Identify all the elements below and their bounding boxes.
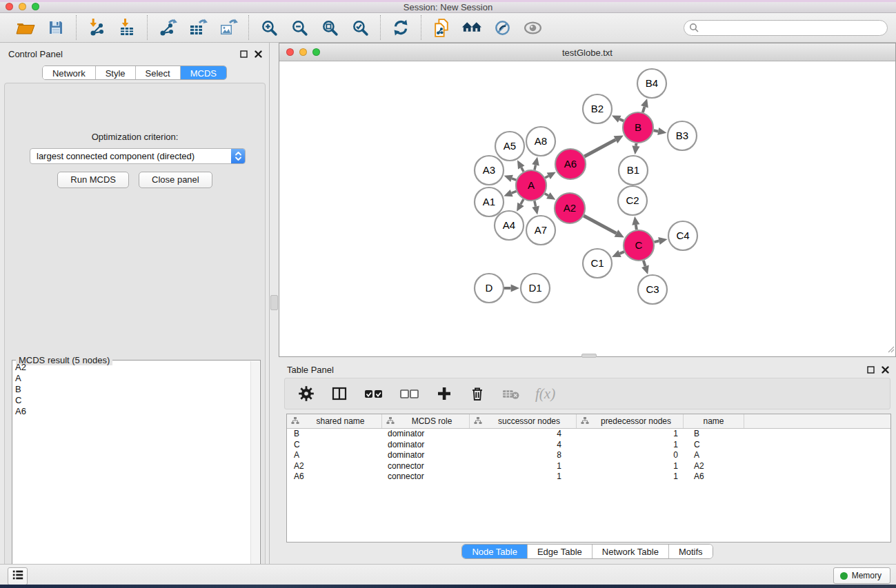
- edge-A2-C[interactable]: [584, 216, 616, 233]
- edge-A-A1[interactable]: [512, 191, 517, 193]
- cell-predecessor-nodes[interactable]: 1: [577, 429, 684, 440]
- edge-A-A4[interactable]: [521, 199, 524, 204]
- tab-edge-table[interactable]: Edge Table: [528, 545, 593, 558]
- edge-B-B2[interactable]: [619, 119, 624, 121]
- refresh-icon[interactable]: [390, 17, 411, 38]
- export-network-icon[interactable]: [157, 17, 178, 38]
- edge-C-C4[interactable]: [654, 241, 659, 243]
- network-window-titlebar[interactable]: testGlobe.txt: [279, 43, 895, 61]
- cell-MCDS-role[interactable]: connector: [382, 461, 470, 472]
- close-panel-button[interactable]: Close panel: [139, 172, 212, 188]
- tab-node-table[interactable]: Node Table: [462, 545, 528, 558]
- result-scrollbar[interactable]: [250, 361, 259, 588]
- edge-A-A7[interactable]: [535, 201, 536, 206]
- zoom-fit-icon[interactable]: [319, 17, 340, 38]
- cell-successor-nodes[interactable]: 1: [470, 472, 577, 483]
- table-row[interactable]: Bdominator41B: [287, 429, 890, 440]
- result-item[interactable]: C: [13, 395, 250, 406]
- cell-name[interactable]: A2: [684, 461, 744, 472]
- column-header-name[interactable]: name: [684, 414, 744, 428]
- close-table-panel-icon[interactable]: [882, 364, 889, 376]
- column-header-predecessor-nodes[interactable]: predecessor nodes: [577, 414, 684, 428]
- delete-table-icon[interactable]: [501, 384, 520, 403]
- zoom-selected-icon[interactable]: [350, 17, 370, 38]
- result-item[interactable]: A2: [13, 362, 250, 373]
- save-session-icon[interactable]: [46, 17, 66, 38]
- close-panel-icon[interactable]: [255, 48, 262, 61]
- cell-name[interactable]: B: [684, 429, 744, 440]
- import-network-icon[interactable]: [86, 17, 107, 38]
- table-row[interactable]: A2connector11A2: [287, 461, 890, 472]
- export-table-icon[interactable]: [188, 17, 208, 38]
- float-table-panel-icon[interactable]: [867, 364, 875, 376]
- edge-A6-B[interactable]: [584, 140, 615, 156]
- edge-A-A5[interactable]: [521, 168, 524, 172]
- cell-predecessor-nodes[interactable]: 1: [577, 440, 684, 451]
- deselect-all-icon[interactable]: [399, 384, 420, 403]
- memory-button[interactable]: Memory: [833, 567, 890, 584]
- cell-MCDS-role[interactable]: dominator: [382, 450, 470, 461]
- edge-C-C2[interactable]: [636, 225, 637, 230]
- cell-shared-name[interactable]: A2: [287, 461, 382, 472]
- zoom-out-icon[interactable]: [289, 17, 310, 38]
- resize-grip-icon[interactable]: [886, 343, 895, 356]
- cell-predecessor-nodes[interactable]: 1: [577, 472, 684, 483]
- export-image-icon[interactable]: [218, 17, 239, 38]
- new-network-from-selection-icon[interactable]: [431, 17, 452, 38]
- import-table-icon[interactable]: [117, 17, 137, 38]
- table-row[interactable]: Adominator80A: [287, 450, 890, 461]
- tab-style[interactable]: Style: [96, 66, 136, 79]
- vertical-split-handle[interactable]: [270, 295, 278, 310]
- cell-name[interactable]: C: [684, 440, 744, 451]
- cybrowser-home-icon[interactable]: [461, 17, 482, 38]
- gear-icon[interactable]: [297, 384, 315, 403]
- cell-MCDS-role[interactable]: dominator: [382, 440, 470, 451]
- tab-select[interactable]: Select: [136, 66, 181, 79]
- network-canvas[interactable]: B4B2BB3A8A5A6A3B1AC2A1A2A4A7C4CC1DD1C3: [279, 61, 895, 356]
- edge-A-A6[interactable]: [545, 176, 548, 178]
- add-icon[interactable]: [435, 384, 453, 403]
- edge-A-A8[interactable]: [535, 165, 536, 170]
- cell-shared-name[interactable]: A6: [287, 472, 382, 483]
- function-builder-icon[interactable]: f(x): [535, 384, 555, 403]
- cell-predecessor-nodes[interactable]: 1: [577, 461, 684, 472]
- horizontal-split-handle[interactable]: [581, 354, 597, 358]
- criterion-dropdown[interactable]: largest connected component (directed): [30, 148, 246, 164]
- result-item[interactable]: A6: [13, 406, 250, 417]
- edge-A-A3[interactable]: [512, 179, 516, 180]
- cell-name[interactable]: A: [684, 450, 744, 461]
- select-all-icon[interactable]: [364, 384, 384, 403]
- show-graphics-details-icon[interactable]: [522, 17, 543, 38]
- edge-C-C3[interactable]: [644, 261, 646, 266]
- cell-predecessor-nodes[interactable]: 0: [577, 450, 684, 461]
- hide-labels-icon[interactable]: [492, 17, 512, 38]
- column-header-MCDS-role[interactable]: MCDS role: [382, 414, 470, 428]
- edge-A-A2[interactable]: [545, 194, 548, 196]
- cell-MCDS-role[interactable]: dominator: [382, 429, 470, 440]
- edge-C-C1[interactable]: [619, 252, 624, 254]
- search-input[interactable]: [684, 20, 888, 36]
- float-panel-icon[interactable]: [240, 48, 248, 61]
- cell-shared-name[interactable]: C: [287, 440, 382, 451]
- cell-shared-name[interactable]: B: [287, 429, 382, 440]
- cell-successor-nodes[interactable]: 4: [470, 440, 577, 451]
- column-header-shared-name[interactable]: shared name: [287, 414, 382, 428]
- open-file-icon[interactable]: [15, 17, 36, 38]
- edge-B-B4[interactable]: [643, 107, 645, 112]
- table-row[interactable]: A6connector11A6: [287, 472, 890, 483]
- tab-mcds[interactable]: MCDS: [181, 66, 226, 79]
- columns-icon[interactable]: [330, 384, 348, 403]
- cell-shared-name[interactable]: A: [287, 450, 382, 461]
- tab-network-table[interactable]: Network Table: [593, 545, 669, 558]
- table-row[interactable]: Cdominator41C: [287, 440, 890, 451]
- run-mcds-button[interactable]: Run MCDS: [57, 172, 129, 188]
- tab-motifs[interactable]: Motifs: [669, 545, 713, 558]
- edge-B-B3[interactable]: [654, 130, 659, 131]
- cell-name[interactable]: A6: [684, 472, 744, 483]
- column-header-successor-nodes[interactable]: successor nodes: [470, 414, 577, 428]
- cell-successor-nodes[interactable]: 8: [470, 450, 577, 461]
- tab-network[interactable]: Network: [43, 66, 96, 79]
- result-item[interactable]: A: [13, 373, 250, 384]
- cell-successor-nodes[interactable]: 1: [470, 461, 577, 472]
- zoom-in-icon[interactable]: [259, 17, 279, 38]
